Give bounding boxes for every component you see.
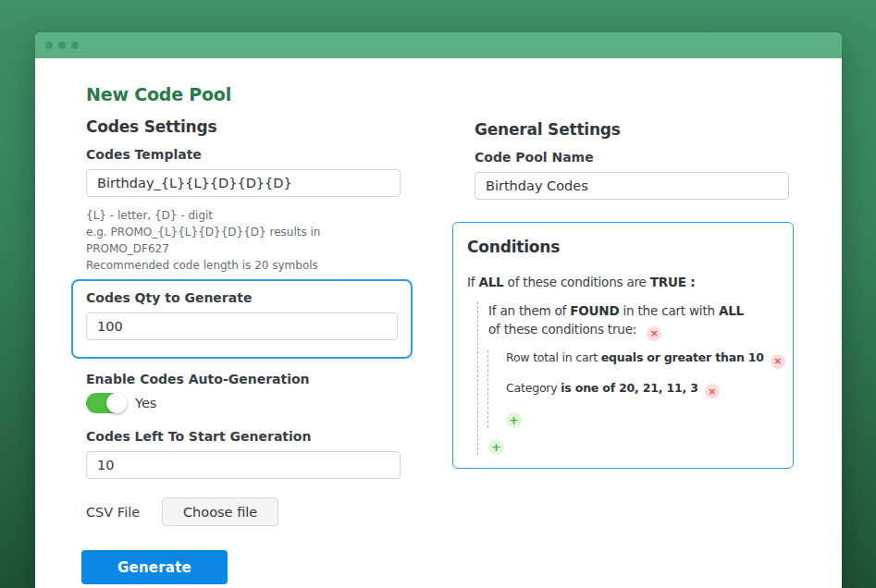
- autogen-label: Enable Codes Auto-Generation: [86, 372, 401, 386]
- condition-row: Category is one of 20, 21, 11, 3×: [506, 381, 780, 399]
- remove-condition-icon[interactable]: ×: [771, 354, 785, 369]
- remove-condition-icon[interactable]: ×: [705, 384, 720, 398]
- pool-name-label: Code Pool Name: [475, 150, 789, 165]
- window-dot-icon[interactable]: [71, 42, 79, 49]
- autogen-toggle[interactable]: [86, 393, 124, 413]
- toggle-knob-icon: [106, 393, 127, 413]
- condition-row-bold: equals or greater than 10: [601, 350, 764, 364]
- group-line-text: of these conditions true:: [488, 322, 640, 337]
- group-line-bold: ALL: [719, 303, 744, 318]
- conditions-children: Row total in cart equals or greater than…: [487, 350, 780, 428]
- codes-qty-label: Codes Qty to Generate: [86, 290, 398, 305]
- codes-settings-heading: Codes Settings: [86, 117, 401, 136]
- group-condition-line2: of these conditions true: ×: [488, 320, 780, 341]
- conditions-group: If an them of FOUND in the cart with ALL…: [477, 301, 780, 455]
- app-window: New Code Pool Codes Settings Codes Templ…: [35, 32, 842, 588]
- window-dot-icon[interactable]: [58, 42, 66, 49]
- window-dot-icon[interactable]: [45, 42, 53, 49]
- condition-row: Row total in cart equals or greater than…: [506, 350, 780, 369]
- autogen-state-label: Yes: [135, 396, 156, 410]
- add-condition-icon[interactable]: +: [506, 412, 522, 428]
- add-group-icon[interactable]: +: [488, 439, 504, 455]
- group-condition-line1: If an them of FOUND in the cart with ALL: [488, 301, 780, 320]
- page-title: New Code Pool: [86, 84, 401, 104]
- general-settings-heading: General Settings: [475, 120, 789, 139]
- pool-name-input[interactable]: [475, 172, 789, 200]
- hint-line: e.g. PROMO_{L}{L}{D}{D}{D} results in PR…: [86, 224, 401, 257]
- condition-row-text: Row total in cart: [506, 350, 601, 364]
- codes-left-label: Codes Left To Start Generation: [86, 429, 401, 444]
- root-line-bold: TRUE :: [650, 275, 696, 289]
- hint-line: Recommended code length is 20 symbols: [86, 257, 401, 274]
- condition-row-text: Category: [506, 381, 561, 395]
- group-line-bold: FOUND: [570, 303, 619, 318]
- conditions-box: Conditions If ALL of these conditions ar…: [452, 222, 794, 469]
- codes-template-label: Codes Template: [86, 147, 401, 162]
- conditions-heading: Conditions: [467, 238, 780, 256]
- hint-line: {L} - letter, {D} - digit: [86, 207, 401, 224]
- root-line-bold: ALL: [478, 275, 503, 289]
- template-hints: {L} - letter, {D} - digit e.g. PROMO_{L}…: [86, 207, 401, 274]
- codes-settings-column: New Code Pool Codes Settings Codes Templ…: [86, 58, 401, 584]
- choose-file-button[interactable]: Choose file: [162, 497, 278, 526]
- codes-left-input[interactable]: [86, 451, 401, 479]
- codes-qty-input[interactable]: [86, 312, 398, 340]
- autogen-toggle-row: Yes: [86, 392, 401, 414]
- group-line-text: If an them of: [488, 303, 570, 318]
- csv-file-row: CSV File Choose file: [86, 497, 401, 526]
- generate-button[interactable]: Generate: [81, 550, 228, 584]
- root-line-text: of these conditions are: [504, 275, 650, 289]
- csv-file-label: CSV File: [86, 505, 160, 520]
- root-line-text: If: [467, 275, 478, 289]
- general-settings-column: General Settings Code Pool Name Conditio…: [475, 58, 789, 469]
- condition-row-bold: is one of 20, 21, 11, 3: [561, 381, 697, 395]
- conditions-root-line: If ALL of these conditions are TRUE :: [467, 275, 780, 289]
- qty-highlight-box: Codes Qty to Generate: [71, 279, 413, 359]
- remove-group-icon[interactable]: ×: [647, 326, 661, 341]
- codes-template-input[interactable]: [86, 169, 401, 197]
- window-titlebar: [35, 32, 842, 58]
- group-line-text: in the cart with: [619, 303, 719, 318]
